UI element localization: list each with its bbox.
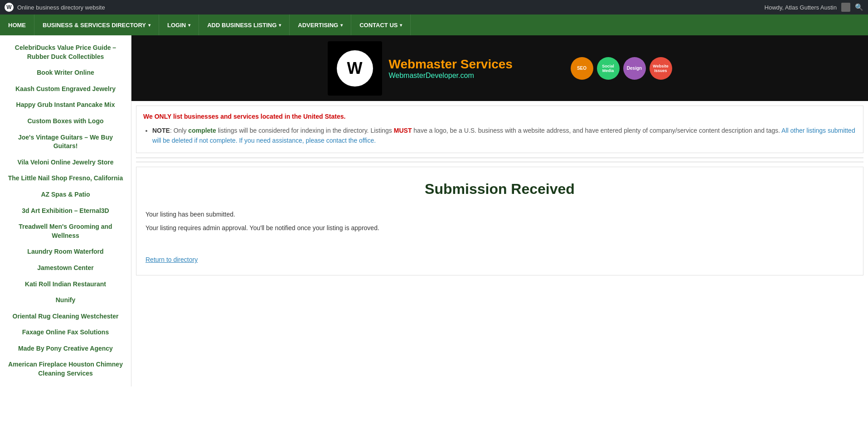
sidebar-link-1[interactable]: Book Writer Online [0,65,131,81]
nav-directory-arrow: ▾ [148,23,150,28]
wordpress-icon: W [5,3,14,12]
sidebar-link-16[interactable]: Faxage Online Fax Solutions [0,324,131,341]
sidebar-link-15[interactable]: Oriental Rug Cleaning Westchester [0,309,131,325]
top-bar-right: Howdy, Atlas Gutters Austin 🔍 [765,3,863,12]
notice-note-label: NOTE [152,127,170,134]
sidebar-link-9[interactable]: 3d Art Exhibition – Eternal3D [0,203,131,219]
banner-logo-circle: W [337,50,373,87]
nav-advertising-arrow: ▾ [340,23,343,28]
sidebar-link-10[interactable]: Treadwell Men's Grooming and Wellness [0,219,131,244]
notice-red-text: We ONLY list businesses and services loc… [143,113,856,120]
user-avatar[interactable] [841,3,850,12]
submission-box: Submission Received Your listing has bee… [136,167,863,275]
banner-bubbles: SEO Social Media Design Website Issues [571,57,672,80]
nav-home-label: HOME [8,22,26,29]
submission-title: Submission Received [145,181,854,198]
submission-body: Your listing has been submitted. Your li… [145,209,854,266]
bubble-seo: SEO [571,57,593,80]
notice-text1: : Only [170,127,188,134]
nav-advertising[interactable]: ADVERTISING ▾ [290,14,351,35]
submission-line1: Your listing has been submitted. [145,209,854,220]
sidebar-link-11[interactable]: Laundry Room Waterford [0,244,131,260]
notice-text3: have a logo, be a U.S. business with a w… [412,127,781,134]
search-icon[interactable]: 🔍 [855,3,863,11]
nav-add-listing[interactable]: ADD BUSINESS LISTING ▾ [199,14,290,35]
nav-add-listing-label: ADD BUSINESS LISTING [207,22,276,29]
top-bar-left: W Online business directory website [5,3,105,12]
page-layout: CelebriDucks Value Price Guide – Rubber … [0,35,868,386]
nav-home[interactable]: HOME [0,14,34,35]
nav-contact-arrow: ▾ [400,23,402,28]
sidebar-link-12[interactable]: Jamestown Center [0,260,131,276]
sidebar-link-6[interactable]: Vila Veloni Online Jewelry Store [0,154,131,171]
bubble-social: Social Media [597,57,620,80]
sidebar-link-13[interactable]: Kati Roll Indian Restaurant [0,276,131,293]
nav-contact-label: CONTACT US [359,22,398,29]
sidebar-link-8[interactable]: AZ Spas & Patio [0,187,131,203]
nav-add-listing-arrow: ▾ [279,23,281,28]
notice-complete: complete [188,127,216,134]
nav-contact[interactable]: CONTACT US ▾ [351,14,411,35]
site-name: Online business directory website [17,4,105,11]
notice-area: We ONLY list businesses and services loc… [136,106,863,153]
top-bar: W Online business directory website Howd… [0,0,868,14]
divider-2 [136,162,863,162]
main-content: W Webmaster Services WebmasterDeveloper.… [131,35,868,386]
banner-logo-letter: W [347,59,363,78]
submission-line2: Your listing requires admin approval. Yo… [145,222,854,234]
nav-login-arrow: ▾ [188,23,190,28]
nav-directory[interactable]: BUSINESS & SERVICES DIRECTORY ▾ [34,14,159,35]
nav-directory-label: BUSINESS & SERVICES DIRECTORY [43,22,146,29]
sidebar-link-18[interactable]: American Fireplace Houston Chimney Clean… [0,357,131,381]
sidebar-link-0[interactable]: CelebriDucks Value Price Guide – Rubber … [0,40,131,65]
user-greeting: Howdy, Atlas Gutters Austin [765,4,837,11]
notice-list: NOTE: Only complete listings will be con… [152,125,856,146]
banner-logo: W [328,41,382,96]
sidebar-link-4[interactable]: Custom Boxes with Logo [0,113,131,130]
sidebar: CelebriDucks Value Price Guide – Rubber … [0,35,131,386]
divider-1 [136,158,863,158]
notice-item: NOTE: Only complete listings will be con… [152,125,856,146]
notice-text2: listings will be considered for indexing… [216,127,394,134]
nav-login[interactable]: LOGIN ▾ [159,14,199,35]
banner-inner: W Webmaster Services WebmasterDeveloper.… [328,35,672,101]
nav-login-label: LOGIN [167,22,186,29]
main-nav: HOME BUSINESS & SERVICES DIRECTORY ▾ LOG… [0,14,868,35]
sidebar-link-5[interactable]: Joe's Vintage Guitars – We Buy Guitars! [0,130,131,154]
sidebar-link-7[interactable]: The Little Nail Shop Fresno, California [0,170,131,187]
nav-advertising-label: ADVERTISING [298,22,338,29]
banner-title: Webmaster Services [389,57,571,72]
bubble-website: Website Issues [650,57,672,80]
notice-must: MUST [394,127,412,134]
banner-subtitle: WebmasterDeveloper.com [389,72,571,80]
sidebar-link-2[interactable]: Kaash Custom Engraved Jewelry [0,81,131,97]
banner-area: W Webmaster Services WebmasterDeveloper.… [131,35,868,101]
sidebar-link-3[interactable]: Happy Grub Instant Pancake Mix [0,97,131,113]
sidebar-link-14[interactable]: Nunify [0,292,131,309]
bubble-design: Design [623,57,646,80]
sidebar-link-17[interactable]: Made By Pony Creative Agency [0,341,131,357]
banner-text: Webmaster Services WebmasterDeveloper.co… [389,57,571,80]
return-to-directory-link[interactable]: Return to directory [145,254,198,265]
